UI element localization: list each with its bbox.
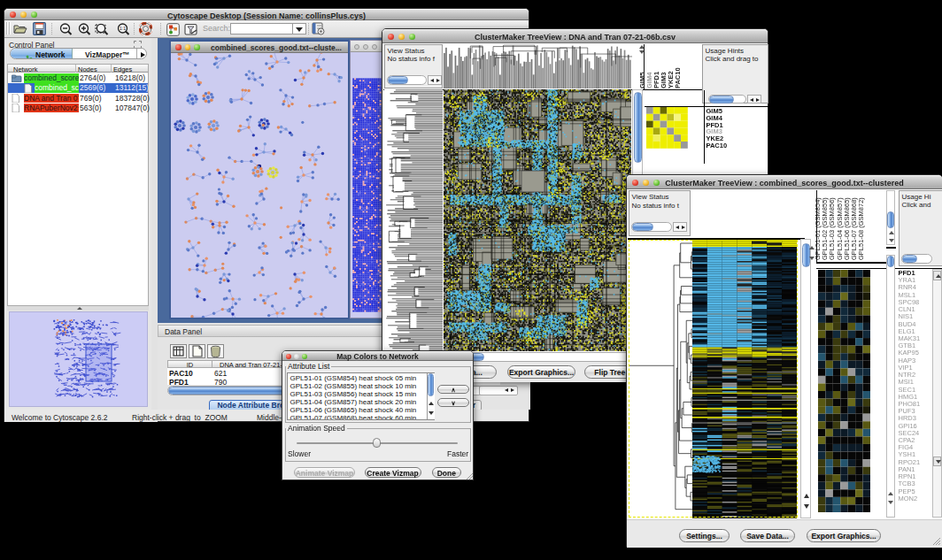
svg-text:1:1: 1:1 [120, 26, 126, 31]
